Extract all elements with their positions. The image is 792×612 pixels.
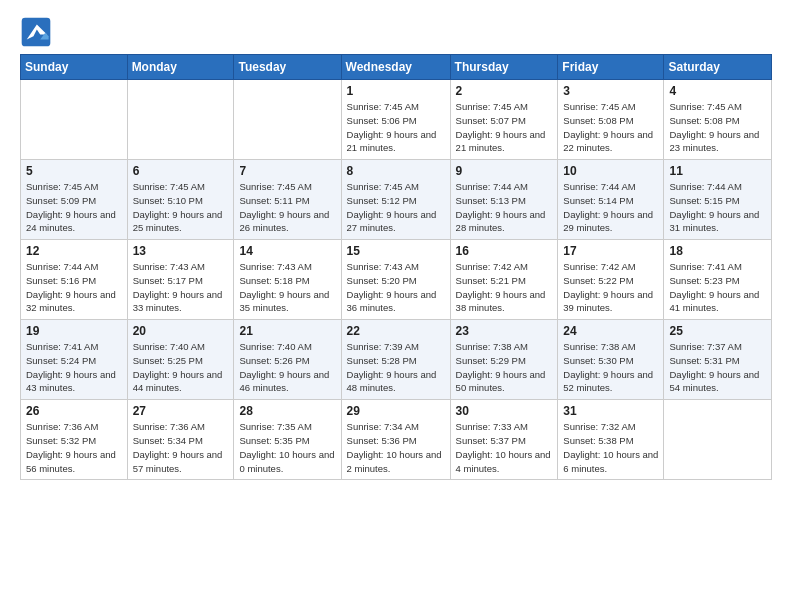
calendar-cell (127, 80, 234, 160)
day-number: 18 (669, 244, 766, 258)
calendar-cell: 26Sunrise: 7:36 AM Sunset: 5:32 PM Dayli… (21, 400, 128, 480)
day-number: 8 (347, 164, 445, 178)
calendar-cell: 18Sunrise: 7:41 AM Sunset: 5:23 PM Dayli… (664, 240, 772, 320)
calendar-cell: 19Sunrise: 7:41 AM Sunset: 5:24 PM Dayli… (21, 320, 128, 400)
calendar-header: SundayMondayTuesdayWednesdayThursdayFrid… (21, 55, 772, 80)
day-info: Sunrise: 7:43 AM Sunset: 5:17 PM Dayligh… (133, 260, 229, 315)
calendar-cell (664, 400, 772, 480)
day-info: Sunrise: 7:43 AM Sunset: 5:18 PM Dayligh… (239, 260, 335, 315)
weekday-row: SundayMondayTuesdayWednesdayThursdayFrid… (21, 55, 772, 80)
day-info: Sunrise: 7:36 AM Sunset: 5:32 PM Dayligh… (26, 420, 122, 475)
day-info: Sunrise: 7:45 AM Sunset: 5:07 PM Dayligh… (456, 100, 553, 155)
day-info: Sunrise: 7:44 AM Sunset: 5:16 PM Dayligh… (26, 260, 122, 315)
day-info: Sunrise: 7:35 AM Sunset: 5:35 PM Dayligh… (239, 420, 335, 475)
calendar-cell: 20Sunrise: 7:40 AM Sunset: 5:25 PM Dayli… (127, 320, 234, 400)
calendar-cell: 22Sunrise: 7:39 AM Sunset: 5:28 PM Dayli… (341, 320, 450, 400)
calendar-cell: 25Sunrise: 7:37 AM Sunset: 5:31 PM Dayli… (664, 320, 772, 400)
page: SundayMondayTuesdayWednesdayThursdayFrid… (0, 0, 792, 496)
calendar-cell (234, 80, 341, 160)
calendar-cell: 2Sunrise: 7:45 AM Sunset: 5:07 PM Daylig… (450, 80, 558, 160)
day-number: 4 (669, 84, 766, 98)
calendar-cell: 9Sunrise: 7:44 AM Sunset: 5:13 PM Daylig… (450, 160, 558, 240)
day-number: 1 (347, 84, 445, 98)
calendar-cell: 17Sunrise: 7:42 AM Sunset: 5:22 PM Dayli… (558, 240, 664, 320)
day-info: Sunrise: 7:34 AM Sunset: 5:36 PM Dayligh… (347, 420, 445, 475)
weekday-header: Tuesday (234, 55, 341, 80)
day-info: Sunrise: 7:45 AM Sunset: 5:09 PM Dayligh… (26, 180, 122, 235)
calendar-cell: 5Sunrise: 7:45 AM Sunset: 5:09 PM Daylig… (21, 160, 128, 240)
day-number: 7 (239, 164, 335, 178)
day-number: 22 (347, 324, 445, 338)
calendar-cell: 7Sunrise: 7:45 AM Sunset: 5:11 PM Daylig… (234, 160, 341, 240)
day-number: 28 (239, 404, 335, 418)
day-number: 17 (563, 244, 658, 258)
day-info: Sunrise: 7:38 AM Sunset: 5:30 PM Dayligh… (563, 340, 658, 395)
day-info: Sunrise: 7:38 AM Sunset: 5:29 PM Dayligh… (456, 340, 553, 395)
day-number: 25 (669, 324, 766, 338)
calendar-cell: 16Sunrise: 7:42 AM Sunset: 5:21 PM Dayli… (450, 240, 558, 320)
calendar-cell: 31Sunrise: 7:32 AM Sunset: 5:38 PM Dayli… (558, 400, 664, 480)
weekday-header: Saturday (664, 55, 772, 80)
day-number: 27 (133, 404, 229, 418)
day-number: 29 (347, 404, 445, 418)
day-info: Sunrise: 7:41 AM Sunset: 5:23 PM Dayligh… (669, 260, 766, 315)
calendar-week: 19Sunrise: 7:41 AM Sunset: 5:24 PM Dayli… (21, 320, 772, 400)
calendar-cell: 27Sunrise: 7:36 AM Sunset: 5:34 PM Dayli… (127, 400, 234, 480)
calendar-cell: 3Sunrise: 7:45 AM Sunset: 5:08 PM Daylig… (558, 80, 664, 160)
day-info: Sunrise: 7:44 AM Sunset: 5:14 PM Dayligh… (563, 180, 658, 235)
day-info: Sunrise: 7:41 AM Sunset: 5:24 PM Dayligh… (26, 340, 122, 395)
day-number: 26 (26, 404, 122, 418)
day-number: 24 (563, 324, 658, 338)
day-info: Sunrise: 7:39 AM Sunset: 5:28 PM Dayligh… (347, 340, 445, 395)
day-number: 2 (456, 84, 553, 98)
weekday-header: Wednesday (341, 55, 450, 80)
calendar-cell: 1Sunrise: 7:45 AM Sunset: 5:06 PM Daylig… (341, 80, 450, 160)
day-info: Sunrise: 7:42 AM Sunset: 5:22 PM Dayligh… (563, 260, 658, 315)
day-info: Sunrise: 7:44 AM Sunset: 5:13 PM Dayligh… (456, 180, 553, 235)
calendar-cell: 28Sunrise: 7:35 AM Sunset: 5:35 PM Dayli… (234, 400, 341, 480)
day-number: 6 (133, 164, 229, 178)
day-number: 30 (456, 404, 553, 418)
day-info: Sunrise: 7:36 AM Sunset: 5:34 PM Dayligh… (133, 420, 229, 475)
calendar-week: 5Sunrise: 7:45 AM Sunset: 5:09 PM Daylig… (21, 160, 772, 240)
day-number: 12 (26, 244, 122, 258)
day-number: 5 (26, 164, 122, 178)
day-number: 20 (133, 324, 229, 338)
calendar-cell: 6Sunrise: 7:45 AM Sunset: 5:10 PM Daylig… (127, 160, 234, 240)
day-number: 14 (239, 244, 335, 258)
day-number: 11 (669, 164, 766, 178)
calendar-week: 26Sunrise: 7:36 AM Sunset: 5:32 PM Dayli… (21, 400, 772, 480)
day-number: 10 (563, 164, 658, 178)
day-info: Sunrise: 7:45 AM Sunset: 5:12 PM Dayligh… (347, 180, 445, 235)
day-number: 9 (456, 164, 553, 178)
calendar-week: 1Sunrise: 7:45 AM Sunset: 5:06 PM Daylig… (21, 80, 772, 160)
day-number: 3 (563, 84, 658, 98)
day-info: Sunrise: 7:42 AM Sunset: 5:21 PM Dayligh… (456, 260, 553, 315)
logo (20, 16, 56, 48)
calendar-cell: 8Sunrise: 7:45 AM Sunset: 5:12 PM Daylig… (341, 160, 450, 240)
calendar-cell: 12Sunrise: 7:44 AM Sunset: 5:16 PM Dayli… (21, 240, 128, 320)
calendar-cell: 15Sunrise: 7:43 AM Sunset: 5:20 PM Dayli… (341, 240, 450, 320)
calendar-cell: 21Sunrise: 7:40 AM Sunset: 5:26 PM Dayli… (234, 320, 341, 400)
day-info: Sunrise: 7:44 AM Sunset: 5:15 PM Dayligh… (669, 180, 766, 235)
day-number: 31 (563, 404, 658, 418)
day-number: 23 (456, 324, 553, 338)
day-info: Sunrise: 7:45 AM Sunset: 5:10 PM Dayligh… (133, 180, 229, 235)
weekday-header: Monday (127, 55, 234, 80)
calendar-cell: 29Sunrise: 7:34 AM Sunset: 5:36 PM Dayli… (341, 400, 450, 480)
header (20, 16, 772, 48)
day-number: 21 (239, 324, 335, 338)
day-info: Sunrise: 7:45 AM Sunset: 5:06 PM Dayligh… (347, 100, 445, 155)
calendar-cell: 10Sunrise: 7:44 AM Sunset: 5:14 PM Dayli… (558, 160, 664, 240)
calendar-body: 1Sunrise: 7:45 AM Sunset: 5:06 PM Daylig… (21, 80, 772, 480)
calendar-cell: 14Sunrise: 7:43 AM Sunset: 5:18 PM Dayli… (234, 240, 341, 320)
day-number: 13 (133, 244, 229, 258)
calendar-week: 12Sunrise: 7:44 AM Sunset: 5:16 PM Dayli… (21, 240, 772, 320)
day-info: Sunrise: 7:37 AM Sunset: 5:31 PM Dayligh… (669, 340, 766, 395)
calendar-cell (21, 80, 128, 160)
day-number: 15 (347, 244, 445, 258)
day-info: Sunrise: 7:45 AM Sunset: 5:08 PM Dayligh… (563, 100, 658, 155)
day-info: Sunrise: 7:45 AM Sunset: 5:11 PM Dayligh… (239, 180, 335, 235)
weekday-header: Sunday (21, 55, 128, 80)
day-info: Sunrise: 7:40 AM Sunset: 5:26 PM Dayligh… (239, 340, 335, 395)
